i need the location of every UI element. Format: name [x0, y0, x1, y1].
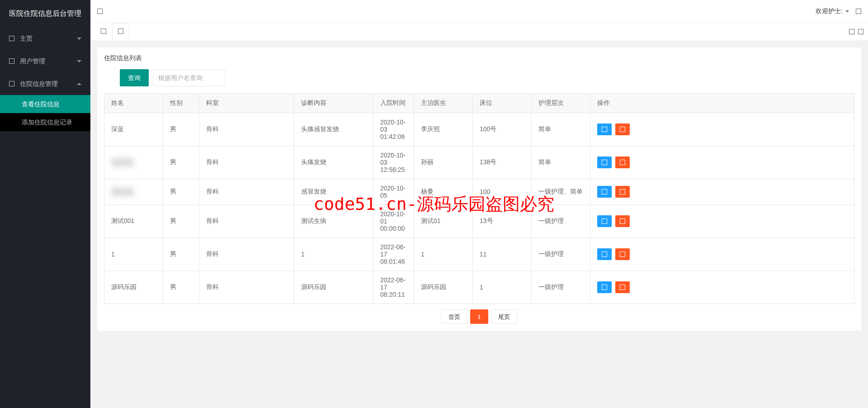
cell-bed: 13号 [473, 205, 532, 238]
cell-dept: 骨科 [199, 146, 294, 179]
cell-gender: 男 [163, 271, 199, 304]
main-content: 住院信息列表 查询 姓名 性别 科室 诊断内容 入院时间 主治医生 床位 护理层… [90, 41, 868, 408]
cell-action [590, 271, 854, 304]
cell-bed: 100号 [473, 113, 532, 146]
delete-icon [620, 189, 625, 195]
nav-user-mgmt[interactable]: 用户管理 [0, 50, 90, 72]
toolbar: 查询 [104, 69, 854, 86]
table-row: 男 骨科 感冒发烧 2020-10-05 杨曼 100 一级护理、简单 [104, 179, 854, 205]
cell-time: 2022-06-17 08:20:11 [373, 271, 414, 304]
cell-diag: 头痛感冒发烧 [294, 113, 373, 146]
nav-home[interactable]: 主页 [0, 27, 90, 50]
page-title: 住院信息列表 [104, 54, 854, 62]
delete-icon [620, 127, 625, 132]
tab-right-icon[interactable] [858, 29, 863, 34]
welcome-text: 欢迎护士: [816, 7, 843, 15]
tab-home[interactable] [95, 23, 112, 40]
cell-name: 源码乐园 [104, 271, 163, 304]
edit-icon [602, 127, 607, 132]
nav-label: 住院信息管理 [20, 72, 58, 95]
th-gender: 性别 [163, 94, 199, 113]
edit-icon [602, 160, 607, 165]
cell-name: 深蓝 [104, 113, 163, 146]
delete-icon [620, 160, 625, 165]
th-care: 护理层次 [532, 94, 590, 113]
cell-action [590, 238, 854, 271]
delete-button[interactable] [615, 186, 630, 198]
cell-time: 2020-10-03 01:42:06 [373, 113, 414, 146]
chevron-down-icon [845, 10, 849, 12]
cell-care: 一级护理 [532, 205, 590, 238]
cell-diag: 头痛发烧 [294, 146, 373, 179]
tab-left-icon[interactable] [849, 29, 854, 34]
table-row: 源码乐园 男 骨科 源码乐园 2022-06-17 08:20:11 源码乐园 … [104, 271, 854, 304]
nav-sub-label: 查看住院信息 [22, 100, 60, 108]
tab-current[interactable] [112, 23, 129, 40]
home-tab-icon [101, 28, 106, 34]
cell-doctor: 测试01 [414, 205, 473, 238]
more-icon[interactable] [856, 9, 861, 14]
th-doctor: 主治医生 [414, 94, 473, 113]
card: 住院信息列表 查询 姓名 性别 科室 诊断内容 入院时间 主治医生 床位 护理层… [97, 47, 861, 331]
page-1[interactable]: 1 [470, 309, 488, 324]
search-button[interactable]: 查询 [120, 69, 149, 86]
delete-button[interactable] [615, 215, 630, 227]
pagination: 首页 1 尾页 [104, 309, 854, 324]
cell-dept: 骨科 [199, 113, 294, 146]
page-last[interactable]: 尾页 [491, 309, 517, 324]
edit-icon [602, 285, 607, 290]
cell-dept: 骨科 [199, 205, 294, 238]
chevron-down-icon [77, 60, 81, 62]
cell-gender: 男 [163, 238, 199, 271]
tabs-bar [90, 23, 868, 41]
th-time: 入院时间 [373, 94, 414, 113]
nav-sub-view-hospital[interactable]: 查看住院信息 [0, 95, 90, 113]
cell-gender: 男 [163, 146, 199, 179]
app-logo: 医院住院信息后台管理 [0, 0, 90, 27]
cell-gender: 男 [163, 179, 199, 205]
cell-care: 一级护理、简单 [532, 179, 590, 205]
cell-bed: 11 [473, 238, 532, 271]
cell-bed: 100 [473, 179, 532, 205]
table-row: 测试001 男 骨科 测试生病 2020-10-01 00:00:00 测试01… [104, 205, 854, 238]
delete-button[interactable] [615, 123, 630, 135]
cell-doctor: 源码乐园 [414, 271, 473, 304]
cell-gender: 男 [163, 113, 199, 146]
page-tab-icon [118, 28, 123, 34]
edit-icon [602, 218, 607, 224]
th-name: 姓名 [104, 94, 163, 113]
cell-time: 2022-06-17 08:01:46 [373, 238, 414, 271]
cell-gender: 男 [163, 205, 199, 238]
edit-button[interactable] [597, 248, 612, 260]
table-row: 男 骨科 头痛发烧 2020-10-03 12:56:25 孙丽 138号 简单 [104, 146, 854, 179]
delete-button[interactable] [615, 157, 630, 168]
th-action: 操作 [590, 94, 854, 113]
nav-sub-label: 添加住院信息记录 [22, 119, 72, 126]
nav-sub-add-hospital[interactable]: 添加住院信息记录 [0, 113, 90, 131]
cell-care: 一级护理 [532, 238, 590, 271]
cell-diag: 测试生病 [294, 205, 373, 238]
user-dropdown[interactable]: 欢迎护士: [816, 7, 849, 15]
nav-hospital-mgmt[interactable]: 住院信息管理 [0, 72, 90, 95]
nav-label: 用户管理 [20, 50, 45, 72]
edit-button[interactable] [597, 123, 612, 135]
cell-time: 2020-10-03 12:56:25 [373, 146, 414, 179]
menu-toggle-icon[interactable] [97, 9, 103, 14]
page-first[interactable]: 首页 [441, 309, 467, 324]
delete-icon [620, 285, 625, 290]
delete-button[interactable] [615, 248, 630, 260]
cell-name: 测试001 [104, 205, 163, 238]
search-input[interactable] [153, 69, 226, 86]
delete-button[interactable] [615, 281, 630, 293]
edit-button[interactable] [597, 281, 612, 293]
cell-diag: 感冒发烧 [294, 179, 373, 205]
cell-dept: 骨科 [199, 179, 294, 205]
cell-doctor: 李庆照 [414, 113, 473, 146]
cell-name [104, 179, 163, 205]
cell-action [590, 179, 854, 205]
edit-button[interactable] [597, 215, 612, 227]
cell-care: 简单 [532, 113, 590, 146]
edit-button[interactable] [597, 186, 612, 198]
th-dept: 科室 [199, 94, 294, 113]
edit-button[interactable] [597, 157, 612, 168]
